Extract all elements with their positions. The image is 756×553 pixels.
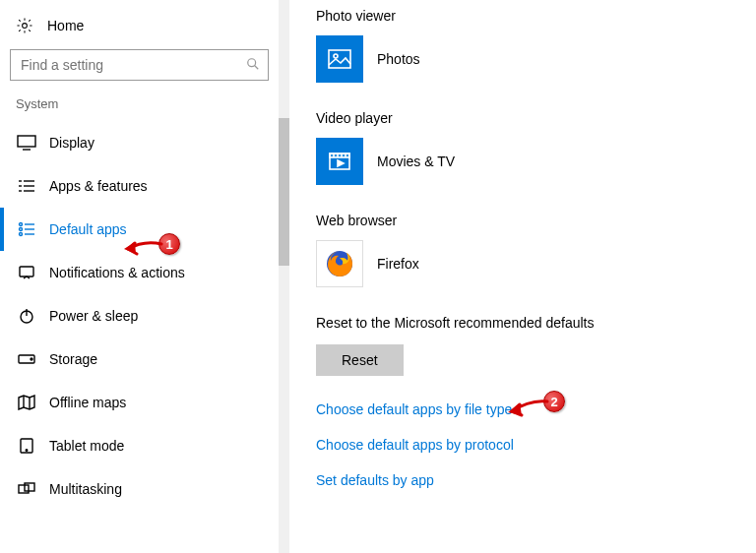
video-player-app[interactable]: Movies & TV bbox=[316, 138, 736, 185]
app-name: Movies & TV bbox=[377, 154, 455, 169]
search-field[interactable] bbox=[19, 56, 246, 74]
svg-point-15 bbox=[20, 233, 23, 236]
sidebar-item-label: Apps & features bbox=[49, 178, 148, 194]
sidebar-item-tablet-mode[interactable]: Tablet mode bbox=[0, 424, 279, 467]
sidebar-item-power-sleep[interactable]: Power & sleep bbox=[0, 294, 279, 338]
app-name: Photos bbox=[377, 51, 420, 67]
search-icon bbox=[246, 57, 260, 74]
photo-viewer-app[interactable]: Photos bbox=[316, 35, 736, 83]
apps-features-icon bbox=[16, 175, 37, 197]
svg-rect-31 bbox=[330, 154, 349, 157]
display-icon bbox=[16, 132, 37, 154]
svg-point-1 bbox=[248, 58, 256, 66]
web-browser-heading: Web browser bbox=[316, 213, 736, 228]
sidebar-item-multitasking[interactable]: Multitasking bbox=[0, 467, 279, 511]
svg-point-13 bbox=[20, 228, 23, 231]
sidebar-item-label: Default apps bbox=[49, 221, 127, 237]
default-apps-icon bbox=[16, 218, 37, 240]
photos-icon bbox=[316, 35, 363, 83]
home-button[interactable]: Home bbox=[0, 6, 279, 45]
search-input[interactable] bbox=[10, 49, 269, 81]
sidebar-item-label: Storage bbox=[49, 351, 97, 367]
sidebar-item-label: Offline maps bbox=[49, 395, 126, 410]
video-player-heading: Video player bbox=[316, 110, 736, 126]
reset-description: Reset to the Microsoft recommended defau… bbox=[316, 315, 736, 331]
power-icon bbox=[16, 305, 37, 327]
svg-point-25 bbox=[26, 450, 28, 452]
link-choose-by-protocol[interactable]: Choose default apps by protocol bbox=[316, 437, 736, 453]
svg-rect-27 bbox=[25, 483, 34, 491]
reset-button[interactable]: Reset bbox=[316, 344, 404, 376]
sidebar-item-default-apps[interactable]: Default apps bbox=[0, 208, 279, 251]
svg-rect-26 bbox=[19, 485, 29, 493]
home-label: Home bbox=[47, 18, 84, 33]
sidebar-item-storage[interactable]: Storage bbox=[0, 338, 279, 381]
photo-viewer-heading: Photo viewer bbox=[316, 8, 736, 24]
svg-rect-3 bbox=[18, 136, 35, 147]
svg-point-29 bbox=[334, 54, 338, 58]
web-browser-app[interactable]: Firefox bbox=[316, 240, 736, 287]
sidebar-item-label: Notifications & actions bbox=[49, 265, 185, 280]
sidebar-item-label: Tablet mode bbox=[49, 438, 124, 454]
sidebar-item-label: Display bbox=[49, 135, 94, 151]
multitasking-icon bbox=[16, 478, 37, 500]
storage-icon bbox=[16, 348, 37, 370]
app-name: Firefox bbox=[377, 256, 419, 272]
link-choose-by-file-type[interactable]: Choose default apps by file type bbox=[316, 401, 736, 417]
sidebar-item-offline-maps[interactable]: Offline maps bbox=[0, 381, 279, 424]
svg-point-21 bbox=[31, 358, 32, 360]
tablet-icon bbox=[16, 435, 37, 457]
svg-point-11 bbox=[20, 223, 23, 226]
link-set-defaults-by-app[interactable]: Set defaults by app bbox=[316, 472, 736, 488]
gear-icon bbox=[16, 17, 33, 34]
firefox-icon bbox=[316, 240, 363, 287]
notifications-icon bbox=[16, 262, 37, 283]
sidebar-item-apps-features[interactable]: Apps & features bbox=[0, 164, 279, 208]
svg-point-0 bbox=[23, 24, 28, 29]
sidebar-item-label: Power & sleep bbox=[49, 308, 138, 324]
movies-tv-icon bbox=[316, 138, 363, 185]
offline-maps-icon bbox=[16, 392, 37, 413]
sidebar: Home System Display bbox=[0, 0, 279, 553]
svg-line-2 bbox=[255, 65, 259, 69]
category-label: System bbox=[0, 91, 279, 121]
sidebar-item-display[interactable]: Display bbox=[0, 121, 279, 164]
content-pane: Photo viewer Photos Video player bbox=[279, 0, 756, 553]
sidebar-item-notifications[interactable]: Notifications & actions bbox=[0, 251, 279, 294]
svg-rect-17 bbox=[20, 267, 33, 276]
sidebar-item-label: Multitasking bbox=[49, 481, 122, 497]
